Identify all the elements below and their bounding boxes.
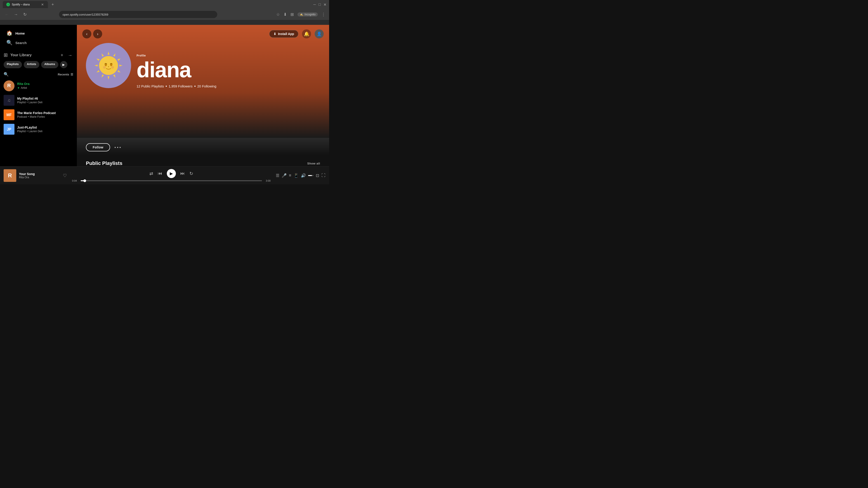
- add-library-btn[interactable]: +: [59, 52, 65, 58]
- filter-chips: Playlists Artists Albums ▶: [0, 60, 77, 71]
- home-icon: 🏠: [6, 30, 12, 36]
- stat-playlists: 12 Public Playlists: [136, 84, 164, 88]
- marie-owner: Marie Forleo: [30, 115, 45, 119]
- bookmark-icon[interactable]: ☆: [276, 12, 280, 17]
- forward-arrow-btn[interactable]: ›: [93, 29, 102, 38]
- rita-ora-thumb: R: [4, 80, 14, 91]
- library-section: ⊞ Your Library + → Playlists Artists Alb…: [0, 49, 77, 166]
- chip-albums[interactable]: Albums: [41, 61, 58, 68]
- nav-forward-btn[interactable]: →: [13, 11, 19, 18]
- chip-playlists[interactable]: Playlists: [4, 61, 22, 68]
- browser-tab[interactable]: ♫ Spotify – diana ✕: [3, 1, 48, 8]
- more-menu-btn[interactable]: ⋮: [321, 12, 326, 17]
- library-item-just[interactable]: JP Just-PLaylist Playlist • Lauren Deli: [2, 122, 75, 136]
- library-item-rita-ora[interactable]: R Rita Ora ✦ Artist: [2, 78, 75, 93]
- just-name: Just-PLaylist: [17, 126, 73, 129]
- extensions-icon[interactable]: ⊞: [290, 12, 294, 17]
- volume-bar[interactable]: [308, 175, 313, 176]
- repeat-btn[interactable]: ↻: [189, 171, 193, 176]
- profile-type-label: Profile: [136, 54, 320, 57]
- install-app-btn[interactable]: ⬇ Install App: [269, 30, 298, 38]
- minimize-btn[interactable]: ─: [313, 2, 316, 7]
- miniplayer-btn[interactable]: ⊡: [316, 173, 319, 178]
- playlist-btn[interactable]: ≡: [289, 173, 291, 178]
- volume-fill: [308, 175, 312, 176]
- svg-point-26: [111, 66, 114, 69]
- back-arrow-btn[interactable]: ‹: [82, 29, 91, 38]
- svg-text:R: R: [7, 83, 11, 88]
- tab-favicon: ♫: [6, 3, 10, 6]
- lyrics-btn[interactable]: 🎤: [282, 173, 287, 178]
- more-options-btn[interactable]: [114, 146, 122, 149]
- progress-track[interactable]: [81, 180, 262, 181]
- download-icon[interactable]: ⬇: [283, 12, 287, 17]
- sidebar-item-home[interactable]: 🏠 Home: [4, 29, 73, 38]
- queue-btn[interactable]: ☰: [276, 173, 279, 178]
- nav-back-btn[interactable]: ←: [4, 11, 10, 18]
- devices-btn[interactable]: 📱: [293, 173, 299, 178]
- marie-info: The Marie Forleo Podcast Podcast • Marie…: [17, 111, 73, 119]
- address-bar[interactable]: open.spotify.com/user/1235578269: [59, 11, 217, 18]
- app-container: 🏠 Home 🔍 Search ⊞ Your Library + →: [0, 25, 329, 166]
- prev-btn[interactable]: ⏮: [158, 171, 162, 176]
- chip-arrow-btn[interactable]: ▶: [60, 61, 67, 68]
- just-thumb: JP: [4, 124, 14, 135]
- library-search-bar: 🔍 Recents ☰: [0, 71, 77, 78]
- incognito-icon: 🕵: [300, 13, 303, 16]
- library-item-marie[interactable]: MF The Marie Forleo Podcast Podcast • Ma…: [2, 107, 75, 122]
- section-header: Public Playlists Show all: [86, 160, 320, 166]
- browser-titlebar: ♫ Spotify – diana ✕ + ─ □ ✕: [0, 0, 329, 9]
- url-text: open.spotify.com/user/1235578269: [63, 13, 108, 16]
- profile-name: diana: [136, 59, 320, 80]
- svg-text:♫: ♫: [7, 98, 11, 103]
- just-meta: Playlist • Lauren Deli: [17, 130, 73, 133]
- new-tab-btn[interactable]: +: [52, 2, 54, 7]
- sidebar: 🏠 Home 🔍 Search ⊞ Your Library + →: [0, 25, 77, 166]
- sun-illustration: [88, 45, 129, 86]
- artist-badge-icon: ✦: [17, 86, 20, 90]
- profile-header: ‹ › ⬇ Install App 🔔 👤: [77, 25, 329, 138]
- close-btn[interactable]: ✕: [323, 2, 327, 7]
- play-btn[interactable]: ▶: [167, 169, 176, 178]
- library-item-playlist6[interactable]: ♫ My Playlist #6 Playlist • Lauren Deli: [2, 93, 75, 107]
- user-avatar-btn[interactable]: 👤: [315, 29, 324, 38]
- playlist6-thumb: ♫: [4, 95, 14, 106]
- install-app-label: Install App: [278, 32, 294, 36]
- marie-thumb: MF: [4, 109, 14, 120]
- expand-library-btn[interactable]: →: [67, 52, 73, 58]
- recents-sort-icon: ☰: [70, 73, 73, 76]
- svg-point-21: [99, 56, 118, 75]
- dot1: [115, 147, 116, 148]
- library-title-area: ⊞ Your Library: [4, 52, 59, 58]
- tab-close-btn[interactable]: ✕: [41, 3, 44, 6]
- top-bar-right: ⬇ Install App 🔔 👤: [269, 29, 324, 38]
- maximize-btn[interactable]: □: [318, 2, 321, 7]
- library-title[interactable]: Your Library: [10, 53, 32, 57]
- main-content: ‹ › ⬇ Install App 🔔 👤: [77, 25, 329, 166]
- browser-navbar: ← → ↻ open.spotify.com/user/1235578269 ☆…: [0, 9, 329, 20]
- follow-btn[interactable]: Follow: [86, 143, 110, 151]
- incognito-badge[interactable]: 🕵 Incognito: [298, 12, 318, 17]
- browser-chrome: ♫ Spotify – diana ✕ + ─ □ ✕ ← → ↻ open.s…: [0, 0, 329, 25]
- library-search-icon[interactable]: 🔍: [4, 72, 8, 77]
- nav-arrows: ‹ ›: [82, 29, 102, 38]
- chip-artists[interactable]: Artists: [24, 61, 39, 68]
- fullscreen-btn[interactable]: ⛶: [321, 173, 326, 178]
- profile-actions: Follow: [77, 138, 329, 155]
- user-icon: 👤: [317, 31, 322, 36]
- sidebar-item-search[interactable]: 🔍 Search: [4, 38, 73, 47]
- shuffle-btn[interactable]: ⇄: [149, 171, 153, 176]
- progress-dot: [84, 180, 86, 182]
- recents-btn[interactable]: Recents ☰: [58, 73, 73, 76]
- section-title: Public Playlists: [86, 160, 122, 166]
- like-btn[interactable]: ♡: [63, 173, 67, 178]
- home-label: Home: [16, 31, 25, 35]
- volume-btn[interactable]: 🔊: [301, 173, 306, 178]
- notifications-btn[interactable]: 🔔: [302, 29, 311, 38]
- current-time: 0:04: [70, 180, 79, 182]
- library-actions: + →: [59, 52, 73, 58]
- next-btn[interactable]: ⏭: [180, 171, 185, 176]
- nav-refresh-btn[interactable]: ↻: [22, 11, 28, 18]
- show-all-btn[interactable]: Show all: [307, 162, 320, 165]
- stat-following: 20 Following: [197, 84, 216, 88]
